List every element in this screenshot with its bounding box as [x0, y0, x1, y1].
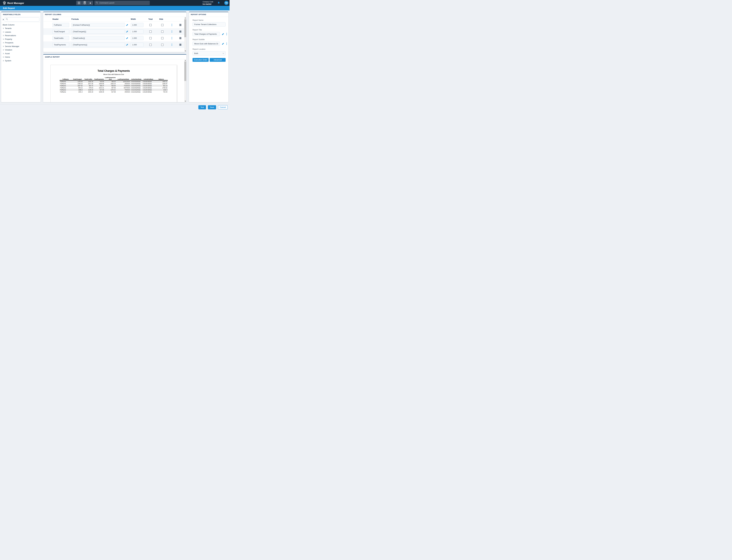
chevron-right-icon [2, 35, 4, 36]
preview-table-row: FullName 1236.36 1320.18 443.66 365.02 1… [60, 80, 168, 83]
column-formula-input[interactable] [71, 23, 125, 27]
row-menu-kebab-icon[interactable] [171, 43, 172, 46]
preview-th: LastPaymentDate [116, 77, 130, 80]
collapse-panel-chevron-icon[interactable] [2, 19, 4, 20]
column-width-input[interactable] [131, 43, 143, 47]
report-name-label: Report Name [193, 19, 226, 21]
row-drag-handle-icon[interactable] [179, 44, 181, 46]
hide-checkbox[interactable] [161, 44, 164, 46]
star-icon: ★ [89, 2, 91, 4]
total-checkbox[interactable] [149, 44, 152, 46]
scroll-down-arrow-icon[interactable] [184, 50, 186, 52]
fields-search-input[interactable] [9, 18, 38, 21]
row-drag-handle-icon[interactable] [179, 37, 181, 39]
total-checkbox[interactable] [149, 24, 152, 26]
command-launch-search[interactable] [94, 1, 150, 5]
hide-checkbox[interactable] [161, 24, 164, 26]
footer-action-bar: Test Save Cancel [0, 105, 230, 110]
column-width-input[interactable] [131, 29, 143, 34]
tree-item-asset[interactable]: Asset [1, 52, 41, 55]
row-menu-kebab-icon[interactable] [171, 30, 172, 33]
hide-checkbox[interactable] [161, 37, 164, 39]
tree-item-prospects[interactable]: Prospects [1, 41, 41, 45]
report-subtitle-input[interactable] [193, 42, 220, 46]
row-menu-kebab-icon[interactable] [171, 37, 172, 40]
column-formula-input[interactable] [71, 29, 125, 34]
tree-item-violation[interactable]: Violation [1, 48, 41, 52]
edit-formula-pencil-icon[interactable] [126, 44, 128, 46]
column-width-input[interactable] [131, 36, 143, 40]
preview-table: FullName TotalCharged TotalCredits Total… [60, 77, 168, 93]
row-drag-handle-icon[interactable] [179, 24, 181, 26]
fields-search-box[interactable] [5, 17, 39, 22]
test-button[interactable]: Test [198, 105, 206, 109]
column-header-input[interactable] [52, 36, 69, 40]
edit-formula-pencil-icon[interactable] [126, 24, 128, 26]
tree-item-leases[interactable]: Leases [1, 30, 41, 34]
cancel-button[interactable]: Cancel [218, 105, 228, 109]
rent-manager-logo[interactable]: Rent Manager [2, 1, 24, 5]
tree-item-service-manager[interactable]: Service Manager [1, 45, 41, 48]
title-menu-kebab-icon[interactable] [226, 33, 227, 36]
tree-item-blank-column[interactable]: Blank Column [1, 23, 41, 27]
save-button[interactable]: Save [208, 105, 216, 109]
preview-cell: 1017.25 [83, 83, 94, 85]
preview-cell: FullName [60, 91, 72, 93]
advanced-button[interactable]: Advanced [210, 58, 226, 62]
report-location-select[interactable]: Both [193, 51, 226, 55]
tree-item-system[interactable]: System [1, 59, 41, 63]
reports-button[interactable] [82, 1, 87, 5]
tree-item-home[interactable]: Home [1, 55, 41, 59]
column-header-input[interactable] [52, 23, 69, 27]
preview-table-header-row: FullName TotalCharged TotalCredits Total… [60, 77, 168, 80]
report-columns-scrollbar[interactable] [184, 17, 186, 52]
company-code-label: Company Code [203, 1, 213, 3]
company-code-block: Company Code lcs-market [203, 1, 213, 5]
chevron-right-icon [2, 57, 4, 58]
edit-formula-pencil-icon[interactable] [126, 37, 128, 39]
preview-cell: 1320.18 [83, 80, 94, 83]
row-drag-handle-icon[interactable] [179, 31, 181, 32]
row-menu-kebab-icon[interactable] [171, 24, 172, 26]
scroll-up-arrow-icon[interactable] [184, 59, 186, 61]
scroll-down-arrow-icon[interactable] [184, 100, 186, 102]
tree-item-property[interactable]: Property [1, 37, 41, 41]
report-title-input[interactable] [193, 32, 220, 36]
chevron-right-icon [2, 60, 4, 61]
column-header-input[interactable] [52, 29, 69, 34]
total-checkbox[interactable] [149, 37, 152, 39]
column-header-input[interactable] [52, 43, 69, 47]
scroll-up-arrow-icon[interactable] [184, 17, 186, 19]
scrollbar-thumb[interactable] [184, 61, 186, 81]
report-form-icon [84, 1, 86, 5]
preview-cell: 1585.8 [72, 89, 83, 91]
column-formula-input[interactable] [71, 43, 125, 47]
edit-title-pencil-icon[interactable] [222, 33, 224, 35]
total-checkbox[interactable] [149, 30, 152, 33]
command-launch-input[interactable] [99, 2, 148, 4]
tree-item-tenants[interactable]: Tenants [1, 27, 41, 30]
hide-checkbox[interactable] [161, 30, 164, 33]
main-menu-button[interactable] [76, 1, 82, 5]
column-width-input[interactable] [131, 23, 143, 27]
preview-cell: 1814.41 [94, 87, 104, 89]
tree-item-reservations[interactable]: Reservations [1, 34, 41, 37]
edit-subtitle-pencil-icon[interactable] [222, 43, 224, 45]
edit-formula-pencil-icon[interactable] [126, 30, 128, 33]
scrollbar-thumb[interactable] [184, 19, 186, 37]
report-columns-header-row: Header Formula Width Total Hide [43, 17, 186, 22]
preview-cell: 1554.11 [155, 80, 168, 83]
execution-order-button[interactable]: Execution Order [193, 58, 209, 62]
user-avatar[interactable]: TM [224, 1, 228, 5]
preview-cell: FullName [60, 83, 72, 85]
column-formula-input[interactable] [71, 36, 125, 40]
favorites-button[interactable]: ★ [88, 1, 93, 5]
preview-cell: 1236.36 [72, 80, 83, 83]
sample-report-scrollbar[interactable] [184, 59, 186, 102]
subtitle-menu-kebab-icon[interactable] [226, 42, 227, 45]
top-navbar: Rent Manager ★ C [0, 0, 230, 6]
notifications-button[interactable] [218, 2, 220, 5]
chevron-right-icon [2, 49, 4, 51]
preview-cell: ActiveEndDate [142, 83, 155, 85]
report-name-input[interactable] [193, 22, 226, 26]
